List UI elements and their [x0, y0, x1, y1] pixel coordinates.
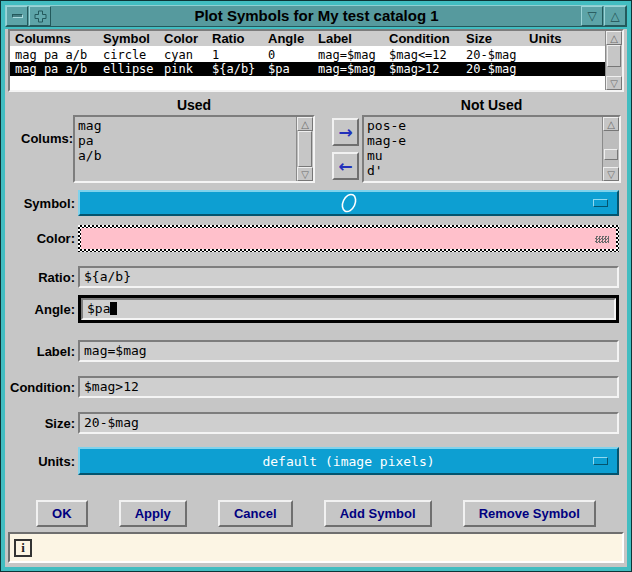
used-title: Used: [73, 97, 315, 113]
table-cell: 1: [207, 48, 263, 62]
used-listbox[interactable]: magpaa/b △ ▽: [73, 115, 315, 183]
angle-label: Angle:: [5, 302, 75, 317]
table-scrollbar[interactable]: △ ▽: [605, 31, 622, 90]
scroll-up-icon[interactable]: △: [603, 117, 619, 131]
units-label: Units:: [5, 454, 75, 469]
text-cursor: [110, 302, 117, 315]
column-header: Condition: [384, 31, 461, 46]
dialog-body: ColumnsSymbolColorRatioAngleLabelConditi…: [5, 29, 627, 567]
condition-input[interactable]: $mag>12: [78, 376, 619, 398]
ellipse-symbol-icon: [337, 191, 361, 215]
used-scrollbar-trough[interactable]: [297, 131, 313, 167]
units-option-menu[interactable]: default (image pixels): [78, 447, 619, 475]
ratio-input[interactable]: ${a/b}: [78, 266, 619, 288]
symbol-table-body: mag pa a/bcirclecyan10mag=$mag$mag<=1220…: [10, 48, 605, 76]
table-cell: mag=$mag: [313, 48, 384, 62]
left-arrow-icon: ←: [338, 156, 352, 176]
list-item[interactable]: pa: [75, 133, 296, 148]
used-scrollbar-thumb[interactable]: [298, 131, 312, 167]
scroll-up-icon[interactable]: △: [606, 31, 622, 45]
color-option-menu[interactable]: [78, 225, 619, 252]
list-item[interactable]: mu: [364, 148, 602, 163]
table-cell: 20-$mag: [461, 48, 524, 62]
scroll-down-icon[interactable]: ▽: [603, 167, 619, 181]
option-menu-indicator: [593, 199, 608, 207]
angle-input[interactable]: $pa: [81, 298, 616, 320]
remove-symbol-button[interactable]: Remove Symbol: [463, 500, 596, 527]
table-cell: mag pa a/b: [10, 62, 98, 76]
list-item[interactable]: mag-e: [364, 133, 602, 148]
info-icon: i: [14, 539, 32, 557]
window-menu-icon: [12, 14, 23, 18]
list-item[interactable]: d': [364, 163, 602, 178]
table-cell: $mag<=12: [384, 48, 461, 62]
ok-button[interactable]: OK: [36, 500, 88, 527]
action-buttons: OKApplyCancelAdd SymbolRemove Symbol: [5, 499, 627, 527]
label-input[interactable]: mag=$mag: [78, 340, 619, 362]
add-symbol-button[interactable]: Add Symbol: [324, 500, 432, 527]
not-used-scrollbar[interactable]: △ ▽: [602, 117, 619, 181]
table-cell: mag=$mag: [313, 62, 384, 76]
title-bar[interactable]: Plot Symbols for My test catalog 1 ▽ △: [5, 5, 627, 27]
not-used-title: Not Used: [362, 97, 621, 113]
label-label: Label:: [5, 344, 75, 359]
move-to-used-button[interactable]: ←: [332, 152, 359, 180]
table-cell: circle: [98, 48, 159, 62]
used-list: magpaa/b: [75, 117, 296, 181]
column-header: Size: [461, 31, 524, 46]
window-shade-button[interactable]: ▽: [581, 6, 603, 26]
size-input[interactable]: 20-$mag: [78, 412, 619, 434]
column-header: Units: [524, 31, 605, 46]
table-scrollbar-thumb[interactable]: [607, 45, 621, 67]
right-arrow-icon: →: [338, 122, 352, 142]
not-used-scrollbar-trough[interactable]: [603, 131, 619, 167]
shade-icon: ▽: [587, 10, 596, 22]
apply-button[interactable]: Apply: [119, 500, 187, 527]
table-cell: pink: [159, 62, 207, 76]
symbol-table-header: ColumnsSymbolColorRatioAngleLabelConditi…: [10, 31, 605, 48]
list-item[interactable]: mag: [75, 118, 296, 133]
column-header: Color: [159, 31, 207, 46]
scroll-down-icon[interactable]: ▽: [606, 76, 622, 90]
window-menu-button[interactable]: [6, 6, 28, 26]
maximize-icon: △: [610, 10, 619, 22]
symbol-label: Symbol:: [5, 196, 75, 211]
list-item[interactable]: a/b: [75, 148, 296, 163]
option-menu-indicator: [593, 457, 608, 465]
table-cell: ${a/b}: [207, 62, 263, 76]
table-row[interactable]: mag pa a/bellipsepink${a/b}$pamag=$mag$m…: [10, 62, 605, 76]
symbol-table: ColumnsSymbolColorRatioAngleLabelConditi…: [8, 29, 624, 92]
angle-input-focus-ring: $pa: [78, 295, 619, 323]
column-header: Angle: [263, 31, 313, 46]
option-menu-indicator: [595, 236, 609, 243]
not-used-listbox[interactable]: pos-emag-emud' △ ▽: [362, 115, 621, 183]
column-header: Columns: [10, 31, 98, 46]
table-scrollbar-trough[interactable]: [606, 45, 622, 76]
symbol-option-menu[interactable]: [78, 190, 619, 216]
table-row[interactable]: mag pa a/bcirclecyan10mag=$mag$mag<=1220…: [10, 48, 605, 62]
color-label: Color:: [5, 231, 75, 246]
window-maximize-button[interactable]: △: [604, 6, 626, 26]
table-cell: ellipse: [98, 62, 159, 76]
list-item[interactable]: pos-e: [364, 118, 602, 133]
table-cell: $mag>12: [384, 62, 461, 76]
notused-list: pos-emag-emud': [364, 117, 602, 181]
not-used-scrollbar-thumb[interactable]: [604, 149, 618, 160]
ratio-label: Ratio:: [5, 270, 75, 285]
used-scrollbar[interactable]: △ ▽: [296, 117, 313, 181]
column-header: Label: [313, 31, 384, 46]
units-value: default (image pixels): [262, 454, 434, 469]
cancel-button[interactable]: Cancel: [218, 500, 293, 527]
table-cell: 0: [263, 48, 313, 62]
size-label: Size:: [5, 416, 75, 431]
scroll-down-icon[interactable]: ▽: [297, 167, 313, 181]
table-cell: mag pa a/b: [10, 48, 98, 62]
status-bar: i: [8, 532, 624, 563]
move-to-not-used-button[interactable]: →: [332, 118, 359, 146]
window-title: Plot Symbols for My test catalog 1: [52, 6, 581, 26]
table-cell: $pa: [263, 62, 313, 76]
scroll-up-icon[interactable]: △: [297, 117, 313, 131]
stick-plus-icon: [34, 10, 47, 23]
columns-label: Colums:: [5, 131, 73, 146]
window-stick-button[interactable]: [29, 6, 51, 26]
